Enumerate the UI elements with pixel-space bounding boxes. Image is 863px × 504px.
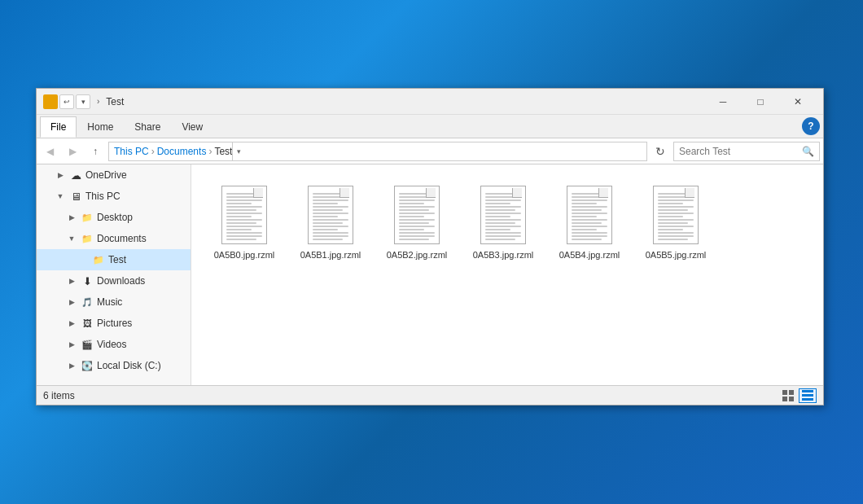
doc-line: [485, 229, 510, 230]
undo-btn[interactable]: ↩: [59, 94, 74, 109]
doc-line: [399, 203, 424, 204]
refresh-button[interactable]: ↻: [651, 142, 670, 161]
items-count: 6 items: [43, 390, 75, 401]
doc-line: [226, 213, 262, 214]
expand-icon: ▶: [55, 169, 66, 181]
expand-icon: ▼: [66, 233, 77, 244]
ribbon: File Home Share View ?: [37, 115, 823, 138]
breadcrumb-documents[interactable]: Documents: [157, 146, 207, 157]
details-view-button[interactable]: [779, 388, 797, 403]
doc-line: [572, 229, 597, 230]
file-item[interactable]: 0A5B4.jpg.rzml: [553, 181, 626, 264]
sidebar-label-music: Music: [97, 296, 122, 308]
file-item[interactable]: 0A5B2.jpg.rzml: [380, 181, 453, 264]
search-box[interactable]: 🔍: [673, 142, 820, 161]
breadcrumb-thispc[interactable]: This PC: [114, 146, 149, 157]
sidebar-label-onedrive: OneDrive: [85, 169, 127, 181]
sidebar-item-test[interactable]: 📁 Test: [37, 249, 191, 270]
svg-rect-8: [802, 398, 813, 401]
videos-icon: 🎬: [81, 338, 94, 351]
doc-line: [572, 196, 602, 198]
file-item[interactable]: 0A5B0.jpg.rzml: [208, 181, 281, 264]
thispc-icon: 🖥: [69, 190, 82, 203]
address-dropdown[interactable]: ▾: [232, 142, 245, 161]
file-item[interactable]: 0A5B3.jpg.rzml: [467, 181, 540, 264]
doc-line: [572, 216, 597, 217]
expand-icon: ▶: [66, 212, 77, 223]
search-input[interactable]: [679, 146, 802, 157]
search-icon[interactable]: 🔍: [802, 146, 814, 157]
doc-line: [572, 206, 607, 208]
doc-line: [658, 235, 694, 237]
content-area: 0A5B0.jpg.rzml: [191, 164, 823, 385]
sidebar-item-thispc[interactable]: ▼ 🖥 This PC: [37, 186, 191, 207]
sidebar-item-desktop[interactable]: ▶ 📁 Desktop: [37, 207, 191, 228]
doc-corner: [253, 188, 263, 198]
close-button[interactable]: ✕: [779, 89, 817, 115]
file-item[interactable]: 0A5B5.jpg.rzml: [639, 181, 712, 264]
tab-view[interactable]: View: [171, 116, 213, 138]
sidebar-item-onedrive[interactable]: ▶ ☁ OneDrive: [37, 164, 191, 186]
down-arrow-tb[interactable]: ▾: [76, 94, 90, 109]
doc-page: [221, 186, 267, 244]
doc-line: [313, 232, 348, 234]
file-name: 0A5B1.jpg.rzml: [300, 249, 361, 261]
breadcrumb-test[interactable]: Test: [214, 146, 232, 157]
doc-line: [226, 209, 256, 211]
minimize-button[interactable]: ─: [704, 89, 742, 115]
sidebar-item-localdisk[interactable]: ▶ 💽 Local Disk (C:): [37, 355, 191, 376]
doc-line: [658, 219, 694, 221]
doc-line: [658, 232, 694, 234]
doc-line: [399, 235, 435, 237]
up-button[interactable]: ↑: [85, 142, 105, 161]
address-bar: ◀ ▶ ↑ This PC › Documents › Test ▾ ↻ 🔍: [37, 138, 823, 164]
tab-home[interactable]: Home: [77, 116, 124, 138]
expand-icon: ▶: [66, 318, 77, 329]
doc-line: [572, 209, 602, 211]
test-folder-icon: 📁: [92, 253, 105, 266]
doc-line: [658, 203, 683, 204]
svg-rect-4: [782, 397, 787, 401]
status-bar: 6 items: [37, 385, 823, 405]
doc-line: [226, 206, 262, 208]
file-item[interactable]: 0A5B1.jpg.rzml: [294, 181, 367, 264]
doc-line: [658, 229, 683, 230]
back-button[interactable]: ◀: [40, 142, 59, 161]
music-icon: 🎵: [81, 296, 94, 309]
sidebar-item-documents[interactable]: ▼ 📁 Documents: [37, 228, 191, 249]
doc-page: [394, 186, 440, 244]
ribbon-tabs: File Home Share View ?: [37, 115, 823, 138]
doc-line: [658, 216, 683, 217]
view-controls: [779, 388, 817, 403]
restore-button[interactable]: □: [742, 89, 779, 115]
doc-line: [313, 209, 343, 211]
doc-line: [313, 199, 348, 201]
doc-line: [658, 196, 688, 198]
forward-button[interactable]: ▶: [63, 142, 82, 161]
doc-line: [226, 219, 262, 221]
tab-file[interactable]: File: [40, 116, 77, 138]
window-title: Test: [106, 96, 704, 107]
doc-line: [485, 226, 521, 227]
icons-view-button[interactable]: [799, 388, 817, 403]
doc-line: [399, 206, 435, 208]
doc-corner: [340, 188, 349, 198]
sidebar-item-music[interactable]: ▶ 🎵 Music: [37, 291, 191, 313]
sidebar-item-downloads[interactable]: ▶ ⬇ Downloads: [37, 270, 191, 291]
tab-share[interactable]: Share: [124, 116, 171, 138]
doc-line: [572, 235, 607, 237]
sidebar-item-pictures[interactable]: ▶ 🖼 Pictures: [37, 313, 191, 334]
doc-line: [485, 196, 515, 198]
expand-icon: [77, 254, 89, 265]
doc-line: [658, 239, 688, 240]
doc-line: [226, 196, 256, 198]
doc-line: [313, 226, 348, 227]
doc-line: [226, 239, 256, 240]
sidebar-label-downloads: Downloads: [97, 275, 145, 287]
doc-page: [308, 186, 353, 244]
sidebar-item-videos[interactable]: ▶ 🎬 Videos: [37, 334, 191, 355]
address-path[interactable]: This PC › Documents › Test ▾: [108, 142, 647, 161]
doc-line: [226, 232, 262, 234]
help-button[interactable]: ?: [802, 117, 820, 135]
title-chevron: ›: [97, 97, 99, 106]
